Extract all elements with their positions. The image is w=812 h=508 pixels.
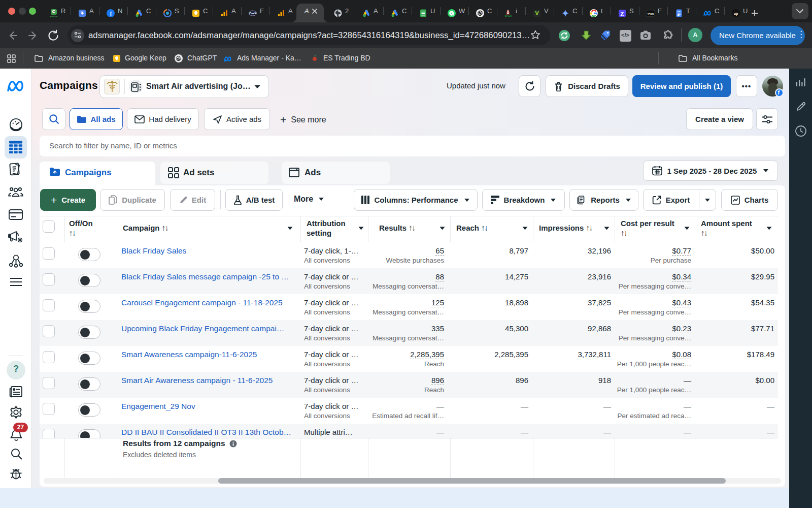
svg-text:CueX: CueX [249, 12, 256, 15]
svg-text:V: V [535, 10, 538, 16]
svg-text:BACK: BACK [505, 14, 513, 17]
svg-text:up: up [734, 12, 738, 16]
svg-text:BonsLife: BonsLife [50, 16, 58, 18]
svg-text:Z: Z [620, 11, 624, 17]
svg-text:Ƥ|ok: Ƥ|ok [648, 12, 654, 15]
svg-text:f: f [110, 11, 112, 17]
